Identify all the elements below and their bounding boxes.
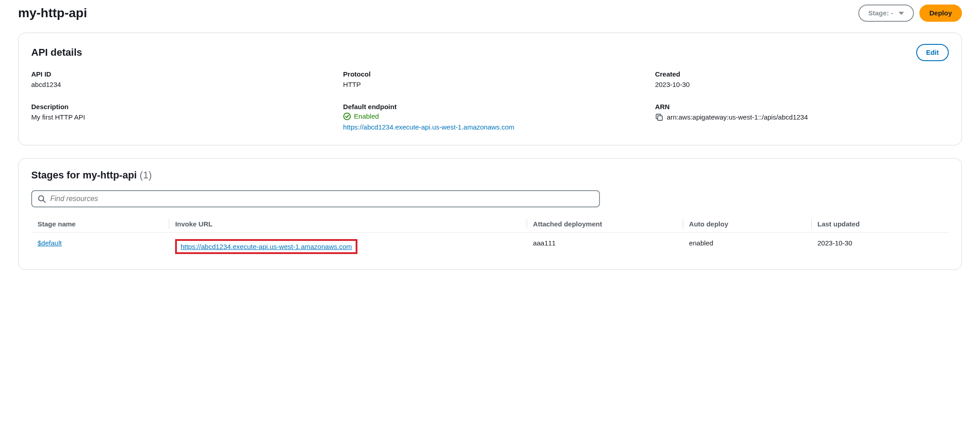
field-protocol: Protocol HTTP [343, 70, 637, 90]
page-header: my-http-api Stage: - Deploy [18, 5, 962, 22]
field-description: Description My first HTTP API [31, 103, 325, 133]
col-stage-name: Stage name [31, 216, 169, 233]
api-details-title: API details [31, 47, 82, 58]
stages-table: Stage name Invoke URL Attached deploymen… [31, 216, 949, 257]
stage-selector[interactable]: Stage: - [858, 5, 914, 22]
field-default-endpoint: Default endpoint Enabled https://abcd123… [343, 103, 637, 133]
field-value: HTTP [343, 80, 637, 90]
field-label: Created [655, 70, 949, 78]
col-invoke-url: Invoke URL [169, 216, 527, 233]
last-updated-cell: 2023-10-30 [811, 233, 949, 257]
stages-title: Stages for my-http-api (1) [31, 169, 152, 181]
svg-rect-1 [657, 115, 662, 120]
check-circle-icon [343, 112, 351, 120]
endpoint-status-text: Enabled [354, 112, 379, 120]
search-box[interactable] [31, 190, 600, 207]
field-value: My first HTTP API [31, 112, 325, 123]
field-label: Default endpoint [343, 103, 637, 110]
page-title: my-http-api [18, 6, 87, 20]
stage-selector-label: Stage: - [868, 8, 893, 18]
stage-name-link[interactable]: $default [38, 239, 62, 247]
field-api-id: API ID abcd1234 [31, 70, 325, 90]
header-actions: Stage: - Deploy [858, 5, 962, 22]
stages-count: (1) [140, 169, 152, 181]
search-icon [38, 195, 46, 203]
table-row: $default https://abcd1234.execute-api.us… [31, 233, 949, 257]
field-label: Protocol [343, 70, 637, 78]
field-created: Created 2023-10-30 [655, 70, 949, 90]
invoke-url-highlight: https://abcd1234.execute-api.us-west-1.a… [175, 239, 357, 254]
stages-panel: Stages for my-http-api (1) Stage name In… [18, 158, 962, 270]
table-header-row: Stage name Invoke URL Attached deploymen… [31, 216, 949, 233]
default-endpoint-link[interactable]: https://abcd1234.execute-api.us-west-1.a… [343, 123, 514, 131]
col-auto-deploy: Auto deploy [683, 216, 811, 233]
attached-deployment-cell: aaa111 [527, 233, 683, 257]
col-attached-deployment: Attached deployment [527, 216, 683, 233]
stages-title-text: Stages for my-http-api [31, 169, 137, 181]
endpoint-status: Enabled [343, 112, 379, 120]
field-label: ARN [655, 103, 949, 110]
field-label: API ID [31, 70, 325, 78]
invoke-url-link[interactable]: https://abcd1234.execute-api.us-west-1.a… [181, 243, 352, 250]
caret-down-icon [899, 12, 904, 15]
field-value: abcd1234 [31, 80, 325, 90]
api-details-grid: API ID abcd1234 Protocol HTTP Created 20… [31, 70, 949, 132]
api-details-panel: API details Edit API ID abcd1234 Protoco… [18, 33, 962, 145]
edit-button[interactable]: Edit [916, 44, 949, 61]
field-arn: ARN arn:aws:apigateway:us-west-1::/apis/… [655, 103, 949, 133]
auto-deploy-cell: enabled [683, 233, 811, 257]
arn-value: arn:aws:apigateway:us-west-1::/apis/abcd… [667, 112, 808, 123]
col-last-updated: Last updated [811, 216, 949, 233]
copy-icon[interactable] [655, 113, 663, 121]
field-label: Description [31, 103, 325, 110]
api-details-header: API details Edit [31, 44, 949, 61]
search-input[interactable] [50, 195, 594, 203]
deploy-button[interactable]: Deploy [919, 5, 962, 22]
field-value: 2023-10-30 [655, 80, 949, 90]
stages-header: Stages for my-http-api (1) [31, 169, 949, 181]
svg-line-3 [43, 200, 45, 202]
